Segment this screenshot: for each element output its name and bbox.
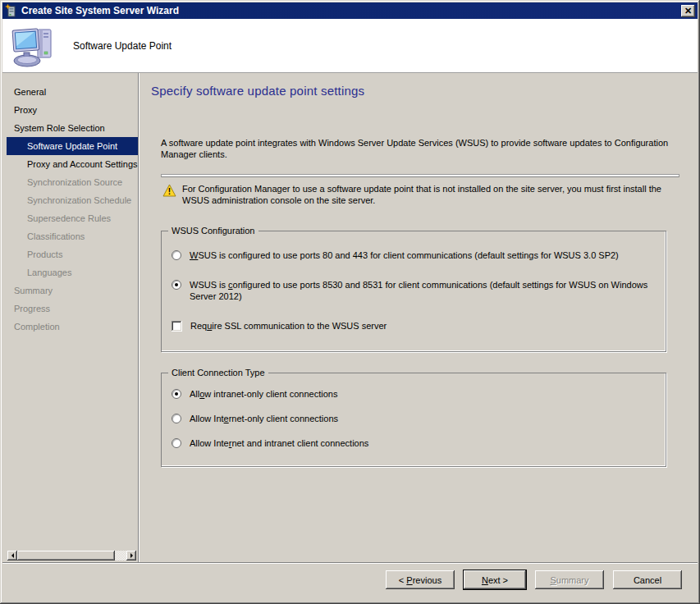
label-mnemonic: P: [406, 575, 412, 585]
label-post: Cancel: [634, 575, 661, 585]
header-banner: Software Update Point: [2, 19, 698, 73]
label-pre: Allow Int: [190, 414, 224, 423]
label-post: rnet-only client connections: [229, 414, 338, 423]
sidebar-item-supersedence-rules: Supersedence Rules: [2, 209, 138, 227]
scroll-right-icon[interactable]: [126, 551, 136, 561]
sidebar-item-synchronization-schedule: Synchronization Schedule: [2, 191, 138, 209]
page-heading: Specify software update point settings: [151, 84, 698, 98]
label-pre: All: [190, 389, 199, 399]
svg-text:!: !: [168, 187, 171, 196]
description-text: A software update point integrates with …: [161, 137, 688, 160]
sidebar-item-summary: Summary: [2, 281, 138, 300]
sidebar-item-products: Products: [2, 245, 138, 263]
computer-icon: [11, 25, 58, 67]
label-post: ire SSL communication to the WSUS server: [212, 321, 387, 331]
wizard-page-title: Software Update Point: [73, 40, 172, 52]
scrollbar-thumb[interactable]: [17, 551, 115, 561]
sidebar-item-completion: Completion: [2, 318, 138, 336]
sidebar-item-classifications: Classifications: [2, 227, 138, 245]
previous-button[interactable]: < Previous: [386, 570, 455, 589]
scroll-left-icon[interactable]: [7, 551, 17, 561]
section-divider: [161, 174, 679, 177]
label-pre: WSUS is: [190, 280, 228, 290]
wsus-configuration-group-title: WSUS Configuration: [168, 225, 258, 236]
radio-button[interactable]: [172, 250, 181, 260]
label-pre: Req: [190, 321, 207, 331]
next-button[interactable]: Next >: [464, 570, 526, 589]
label-post: ummary: [556, 575, 589, 585]
warning-icon: !: [162, 184, 176, 197]
sidebar-item-progress: Progress: [2, 300, 138, 318]
wsus-ports-80-443-option[interactable]: WSUS is configured to use ports 80 and 4…: [172, 249, 654, 261]
wizard-steps-sidebar: General Proxy System Role Selection Soft…: [2, 73, 139, 562]
wizard-window: Create Site System Server Wizard ✕ Softw…: [0, 0, 700, 604]
footer-button-bar: < Previous Next > Summary Cancel: [2, 562, 698, 602]
scrollbar-track[interactable]: [115, 551, 126, 561]
main-pane: Specify software update point settings A…: [139, 73, 698, 562]
label-post: net and intranet client connections: [231, 438, 368, 448]
sidebar-item-general[interactable]: General: [2, 83, 138, 101]
wsus-configuration-group: WSUS Configuration WSUS is configured to…: [161, 231, 666, 352]
label-post: SUS is configured to use ports 80 and 44…: [198, 250, 618, 260]
site-server-icon: [5, 4, 18, 17]
client-connection-type-group: Client Connection Type Allow intranet-on…: [161, 373, 666, 467]
sidebar-horizontal-scrollbar: [7, 551, 136, 561]
sidebar-item-proxy-and-account-settings[interactable]: Proxy and Account Settings: [2, 155, 138, 173]
label-mnemonic: S: [550, 575, 556, 585]
label-post: w intranet-only client connections: [204, 389, 337, 399]
option-label: WSUS is configured to use ports 8530 and…: [190, 279, 653, 302]
intranet-only-option[interactable]: Allow intranet-only client connections: [172, 388, 654, 400]
require-ssl-checkbox-option[interactable]: Require SSL communication to the WSUS se…: [172, 320, 654, 332]
option-label: Require SSL communication to the WSUS se…: [190, 320, 387, 332]
sidebar-item-system-role-selection[interactable]: System Role Selection: [2, 119, 138, 137]
window-title: Create Site System Server Wizard: [21, 5, 681, 16]
radio-button[interactable]: [172, 438, 181, 448]
close-glyph: ✕: [684, 7, 692, 16]
option-label: Allow Internet-only client connections: [190, 413, 338, 424]
warning-text: For Configuration Manager to use a softw…: [182, 183, 684, 206]
wsus-ports-8530-8531-option[interactable]: WSUS is configured to use ports 8530 and…: [172, 279, 654, 302]
internet-and-intranet-option[interactable]: Allow Internet and intranet client conne…: [172, 437, 654, 449]
radio-button-selected[interactable]: [172, 389, 181, 399]
sidebar-item-proxy[interactable]: Proxy: [2, 101, 138, 119]
client-connection-type-group-title: Client Connection Type: [168, 367, 268, 378]
label-post: ext >: [488, 575, 508, 585]
sidebar-item-software-update-point[interactable]: Software Update Point: [7, 137, 138, 155]
wizard-body: General Proxy System Role Selection Soft…: [2, 73, 698, 562]
label-pre: Allow Inte: [190, 438, 229, 448]
option-label: Allow intranet-only client connections: [190, 388, 337, 400]
option-label: Allow Internet and intranet client conne…: [190, 437, 368, 449]
label-pre: <: [399, 575, 406, 585]
label-mnemonic: W: [190, 250, 198, 260]
cancel-button[interactable]: Cancel: [613, 570, 682, 589]
label-post: onfigured to use ports 8530 and 8531 for…: [190, 280, 647, 301]
sidebar-item-languages: Languages: [2, 263, 138, 281]
label-mnemonic: N: [482, 575, 488, 585]
label-post: revious: [413, 575, 442, 585]
option-label: WSUS is configured to use ports 80 and 4…: [190, 249, 619, 261]
warning-banner: ! For Configuration Manager to use a sof…: [162, 183, 684, 206]
titlebar: Create Site System Server Wizard ✕: [2, 2, 698, 19]
close-icon[interactable]: ✕: [681, 5, 695, 17]
sidebar-item-synchronization-source: Synchronization Source: [2, 173, 138, 191]
checkbox[interactable]: [172, 321, 182, 332]
radio-button-selected[interactable]: [172, 280, 181, 290]
internet-only-option[interactable]: Allow Internet-only client connections: [172, 413, 654, 424]
radio-button[interactable]: [172, 414, 181, 423]
summary-button[interactable]: Summary: [535, 570, 604, 589]
